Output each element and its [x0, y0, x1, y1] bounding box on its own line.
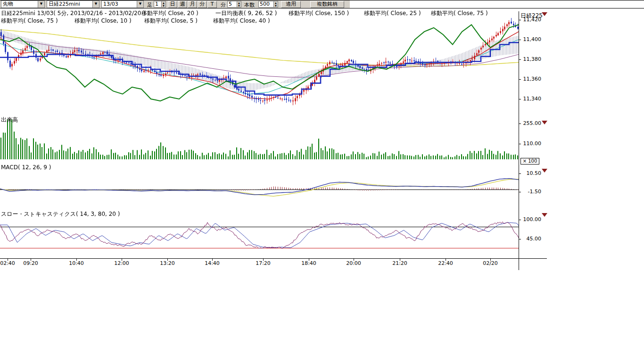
time-axis-label: 10:40 — [67, 260, 86, 266]
scroll-down-arrow[interactable] — [542, 169, 547, 173]
axis-tick — [519, 79, 521, 80]
chart-header-item: 移動平均( Close, 75 ) — [431, 9, 488, 17]
scroll-down-arrow[interactable] — [542, 213, 547, 217]
time-axis-label: 14:40 — [203, 260, 222, 266]
time-axis-tick — [354, 259, 354, 261]
axis-tick — [519, 123, 521, 124]
time-axis-label: 22:40 — [436, 260, 455, 266]
axis-tick — [519, 99, 521, 99]
stoch-canvas[interactable] — [0, 217, 519, 258]
axis-tick — [519, 144, 521, 144]
trading-chart-app: 先物 ▼ 日経225mini ▼ 13/03 ▼ 足 1 ▲▼ 分 5 ▲▼ 本… — [0, 0, 644, 362]
scroll-down-arrow[interactable] — [542, 121, 547, 124]
chart-header-item: 移動平均( Close, 25 ) — [364, 9, 421, 17]
axis-label: 255.00 — [520, 120, 541, 126]
time-axis-tick — [212, 259, 213, 261]
axis-tick — [519, 239, 521, 239]
time-axis-tick — [490, 259, 491, 261]
time-axis-label: 20:00 — [344, 260, 363, 266]
scroll-down-arrow[interactable] — [542, 12, 547, 16]
axis-label: 11,380 — [520, 56, 541, 62]
axis-tick — [519, 20, 521, 20]
chart-header-item: 日経225mini 13/03( 5分, 2013/02/16 - 2013/0… — [1, 9, 145, 17]
chart-header-item: 移動平均( Close, 5 ) — [144, 17, 198, 25]
price-chart-canvas[interactable] — [0, 11, 519, 117]
axis-label: 11,340 — [520, 96, 541, 102]
time-axis-tick — [31, 259, 31, 261]
time-axis-tick — [263, 259, 264, 261]
macd-canvas[interactable] — [0, 168, 519, 211]
axis-tick — [519, 59, 521, 60]
axis-label: 110.00 — [520, 140, 541, 147]
time-axis-tick — [400, 259, 400, 261]
chart-area: 出来高 MACD( 12, 26, 9 ) スロー・ストキャスティクス( 14,… — [0, 0, 644, 362]
axis-tick — [519, 192, 521, 192]
chart-header-item: 移動平均( Close, 150 ) — [289, 9, 349, 17]
stoch-panel-title: スロー・ストキャスティクス( 14, 3, 80, 20 ) — [1, 210, 120, 218]
macd-panel-title: MACD( 12, 26, 9 ) — [1, 164, 51, 171]
time-axis-tick — [76, 259, 77, 261]
axis-tick — [519, 173, 521, 174]
price-axis-line — [519, 11, 519, 270]
time-axis-tick — [167, 259, 168, 261]
time-axis-tick — [446, 259, 446, 261]
chart-header-item: 移動平均( Close, 20 ) — [141, 9, 198, 17]
axis-label: 11,420 — [520, 16, 541, 23]
time-axis-label: 09:20 — [21, 260, 40, 266]
chart-header-item: 移動平均( Close, 10 ) — [74, 17, 132, 25]
axis-label: 11,400 — [520, 36, 541, 42]
chart-header-item: 移動平均( Close, 40 ) — [213, 17, 270, 25]
axis-tick — [519, 220, 521, 220]
chart-header-item: 一目均衡表( 9, 26, 52 ) — [215, 9, 277, 17]
time-axis-tick — [122, 259, 122, 261]
time-axis-tick — [309, 259, 309, 261]
time-axis-label: 12:00 — [112, 260, 131, 266]
time-axis-label: 13:20 — [158, 260, 177, 266]
time-axis-label: 02:40 — [0, 260, 17, 266]
axis-label: -1.50 — [520, 189, 541, 195]
volume-panel-title: 出来高 — [1, 116, 18, 124]
axis-label: 100.00 — [520, 216, 541, 222]
time-axis-label: 18:40 — [299, 260, 318, 266]
time-axis-label: 21:20 — [390, 260, 409, 266]
time-axis-line — [0, 258, 547, 259]
axis-tick — [519, 40, 521, 40]
volume-canvas[interactable] — [0, 119, 519, 161]
chart-header-item: 移動平均( Close, 75 ) — [1, 17, 58, 25]
axis-label: 10.50 — [520, 170, 541, 176]
time-axis-label: 17:20 — [254, 260, 272, 266]
axis-label: 11,360 — [520, 76, 541, 82]
axis-label: 45.00 — [520, 236, 541, 242]
time-axis-tick — [8, 259, 8, 261]
volume-multiplier-box: × 100 — [520, 158, 539, 165]
time-axis-label: 02/20 — [481, 260, 500, 266]
